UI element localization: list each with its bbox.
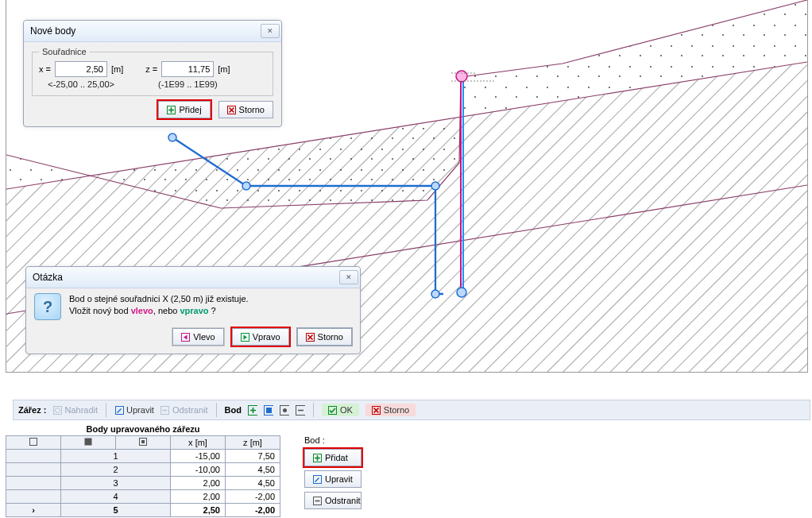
side-edit-button[interactable]: Upravit: [304, 470, 362, 488]
left-button[interactable]: Vlevo: [172, 328, 224, 346]
ok-button[interactable]: OK: [322, 404, 359, 416]
dialog-titlebar[interactable]: Nové body ✕: [24, 21, 281, 42]
z-unit: [m]: [218, 64, 230, 74]
toolbar-label: Zářez :: [18, 405, 46, 415]
point-edit-icon[interactable]: [264, 405, 273, 415]
svg-point-5: [456, 71, 467, 82]
z-input[interactable]: [161, 61, 214, 77]
edit-icon: [114, 405, 124, 415]
replace-icon: [52, 405, 62, 415]
col-x[interactable]: x [m]: [171, 436, 226, 450]
svg-point-11: [431, 182, 439, 190]
cut-toolbar: Zářez : Nahradit Upravit Odstranit Bod O…: [13, 400, 810, 420]
svg-point-10: [242, 182, 250, 190]
question-message: Bod o stejné souřadnici X (2,50 m) již e…: [69, 293, 249, 318]
edit-button[interactable]: Upravit: [114, 405, 154, 415]
question-line2: Vložit nový bod vlevo, nebo vpravo ?: [69, 305, 249, 317]
cancel-button-label: Storno: [239, 105, 265, 114]
storno-button[interactable]: Storno: [365, 404, 416, 416]
svg-point-6: [457, 288, 466, 297]
table-row[interactable]: 42,00-2,00: [6, 490, 280, 504]
svg-point-19: [55, 408, 60, 412]
side-delete-button[interactable]: Odstranit: [304, 492, 362, 509]
table-icon[interactable]: [139, 438, 147, 446]
point-minus-icon[interactable]: [296, 405, 305, 415]
new-points-dialog: Nové body ✕ Souřadnice x = [m] <-25,00 .…: [23, 20, 282, 127]
point-mode1-icon[interactable]: [280, 405, 289, 415]
point-plus-icon[interactable]: [248, 405, 257, 415]
x-label: x =: [39, 64, 51, 74]
add-button[interactable]: Přidej: [158, 101, 210, 118]
bod-label: Bod: [225, 405, 242, 415]
z-range: (-1E99 .. 1E99): [145, 79, 230, 89]
check-icon: [328, 405, 338, 415]
triangle-right-icon: [241, 333, 249, 342]
svg-rect-25: [266, 408, 272, 413]
cancel-button-label: Storno: [318, 332, 343, 342]
question-dialog: Otázka ✕ ? Bod o stejné souřadnici X (2,…: [25, 266, 361, 354]
svg-rect-32: [30, 439, 37, 446]
triangle-left-icon: [181, 333, 190, 342]
x-icon: [227, 106, 236, 114]
table-row[interactable]: 2-10,004,50: [6, 463, 280, 477]
dialog-title: Otázka: [33, 272, 63, 283]
table-title: Body upravovaného zářezu: [6, 423, 280, 435]
delete-button[interactable]: Odstranit: [160, 405, 208, 415]
dialog-titlebar[interactable]: Otázka ✕: [26, 267, 360, 288]
svg-point-12: [431, 290, 439, 298]
x-input[interactable]: [55, 61, 107, 77]
add-button-label: Přidej: [179, 105, 201, 114]
table-icon[interactable]: [84, 438, 92, 446]
side-label: Bod :: [304, 435, 362, 445]
cancel-button[interactable]: Storno: [297, 328, 352, 346]
right-button-label: Vpravo: [253, 332, 280, 342]
svg-rect-35: [141, 440, 145, 443]
x-icon: [372, 405, 381, 415]
col-z[interactable]: z [m]: [226, 436, 280, 450]
close-icon[interactable]: ✕: [339, 270, 358, 284]
svg-point-9: [168, 133, 176, 141]
points-table[interactable]: x [m] z [m] 1-15,007,502-10,004,5032,004…: [6, 435, 280, 517]
table-row[interactable]: ›52,50-2,00: [6, 504, 280, 517]
close-icon[interactable]: ✕: [261, 24, 280, 38]
z-label: z =: [145, 64, 157, 74]
plus-icon: [167, 106, 176, 114]
table-row[interactable]: 1-15,007,50: [6, 450, 280, 463]
x-range: <-25,00 .. 25,00>: [39, 79, 123, 89]
svg-point-27: [283, 408, 287, 412]
coords-group-label: Souřadnice: [39, 47, 90, 56]
replace-button[interactable]: Nahradit: [52, 405, 98, 415]
svg-rect-33: [85, 439, 92, 446]
x-unit: [m]: [111, 64, 123, 74]
right-button[interactable]: Vpravo: [232, 328, 289, 346]
cancel-button[interactable]: Storno: [218, 101, 273, 118]
x-icon: [306, 333, 315, 342]
minus-icon: [313, 497, 322, 505]
side-add-button[interactable]: Přidat: [304, 449, 362, 466]
minus-icon: [160, 405, 170, 415]
edit-icon: [313, 475, 322, 484]
points-table-section: Body upravovaného zářezu x [m] z [m] 1-1…: [6, 423, 280, 517]
plus-icon: [313, 454, 322, 462]
question-line1: Bod o stejné souřadnici X (2,50 m) již e…: [69, 293, 249, 305]
left-button-label: Vlevo: [193, 332, 215, 342]
question-icon: ?: [34, 293, 61, 320]
dialog-title: Nové body: [30, 25, 75, 37]
table-icon[interactable]: [29, 438, 37, 446]
table-row[interactable]: 32,004,50: [6, 477, 280, 490]
point-side-panel: Bod : Přidat Upravit Odstranit: [304, 423, 362, 517]
